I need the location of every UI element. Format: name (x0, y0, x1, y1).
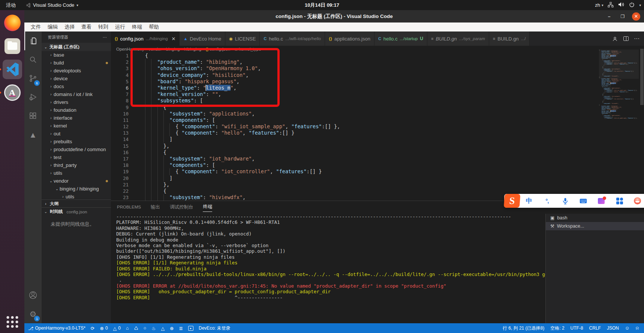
tab-applications-json[interactable]: {}applications.json (325, 32, 374, 46)
terminal-output[interactable]: ----------------------------------------… (111, 214, 545, 323)
tree-item-productdefine-common[interactable]: ›productdefine / common (42, 146, 111, 153)
menu-5[interactable]: 运行 (112, 23, 129, 31)
tree-item-build[interactable]: ›build (42, 59, 111, 67)
tree-item-utils[interactable]: ›utils (42, 169, 111, 177)
menu-4[interactable]: 转到 (95, 23, 112, 31)
status-encoding[interactable]: UTF-8 (571, 326, 583, 331)
input-language-indicator[interactable]: zh▾ (595, 2, 603, 8)
status-run-box[interactable]: ▸ (188, 326, 193, 331)
tree-item-domains-iot-link[interactable]: ›domains / iot / link (42, 90, 111, 98)
restore-button[interactable]: ❐ (619, 12, 627, 21)
tree-item-utils[interactable]: ›utils (42, 193, 111, 200)
status-home[interactable]: ⌂ (126, 326, 129, 331)
status-clean[interactable]: ♺ (134, 326, 138, 331)
dock-item-vscode[interactable] (3, 60, 22, 79)
activity-explorer[interactable] (24, 32, 42, 50)
chinese-mode-button[interactable]: 中 (520, 196, 538, 205)
tree-item-kernel[interactable]: ›kernel (42, 122, 111, 130)
close-button[interactable]: ✕ (632, 12, 640, 21)
timeline-section-header[interactable]: ⌄ 时间线 config.json (42, 207, 111, 216)
status-deveco-login[interactable]: DevEco: 未登录 (199, 325, 231, 332)
activity-account[interactable] (24, 286, 42, 304)
activity-extensions[interactable] (24, 106, 42, 125)
status-errors[interactable]: ⊗0 (100, 326, 108, 331)
minimap[interactable]: {"product_name": "hibinging","ohos_versi… (599, 50, 639, 119)
tab-build-gn[interactable]: ≡BUILD.gn.../sys_param (427, 32, 489, 46)
power-icon[interactable] (629, 2, 635, 9)
activity-settings[interactable]: ⚙1 (24, 304, 42, 323)
apps-grid-icon[interactable] (610, 198, 628, 204)
dock-item-files[interactable] (3, 36, 22, 56)
panel-tab-输出[interactable]: 输出 (151, 202, 160, 212)
skin-icon[interactable] (592, 198, 610, 204)
status-sync[interactable]: ⟳ (91, 326, 94, 331)
status-indentation[interactable]: 空格: 2 (550, 325, 564, 332)
volume-icon[interactable] (618, 2, 625, 8)
status-cursor-position[interactable]: 行 6, 列 21 (已选择8) (503, 325, 544, 332)
panel-tab-problems[interactable]: PROBLEMS (117, 202, 141, 211)
tree-item-docs[interactable]: ›docs (42, 82, 111, 90)
menu-3[interactable]: 查看 (78, 23, 95, 31)
activity-search[interactable] (24, 50, 42, 69)
tree-item-prebuilts[interactable]: ›prebuilts (42, 138, 111, 146)
minimize-button[interactable]: – (605, 12, 613, 21)
network-icon[interactable] (608, 2, 614, 9)
tree-item-test[interactable]: ›test (42, 153, 111, 161)
editor[interactable]: OpenHarmony›vendor›binging›hibinging›{}c… (111, 46, 644, 201)
status-hdc[interactable]: △ (161, 326, 165, 331)
keyboard-icon[interactable] (574, 198, 592, 204)
clock[interactable]: 10月14日 09:17 (305, 2, 339, 9)
panel-tab-调试控制台[interactable]: 调试控制台 (170, 202, 193, 212)
dock-item-firefox[interactable] (3, 13, 22, 33)
more-actions-icon[interactable]: ⋯ (103, 35, 107, 40)
sogou-logo[interactable]: S (504, 194, 521, 208)
terminal-session-bash[interactable]: ▣bash (546, 214, 644, 222)
tree-item-developtools[interactable]: ›developtools (42, 67, 111, 75)
titlebar[interactable]: config.json - 无标题 (工作区) - Visual Studio … (24, 10, 644, 22)
menu-0[interactable]: 文件 (27, 23, 44, 31)
tree-item-vendor[interactable]: ⌄vendor (42, 177, 111, 185)
punctuation-button[interactable]: °, (538, 198, 556, 204)
status-record[interactable]: ○ (144, 326, 147, 331)
tab-hello-c[interactable]: Chello.c.../wifi-iot/app/hello (260, 32, 325, 46)
split-editor-icon[interactable] (623, 36, 629, 41)
status-eol[interactable]: CRLF (589, 326, 601, 331)
outline-section-header[interactable]: › 大纲 (42, 200, 111, 207)
close-tab-icon[interactable]: ✕ (172, 36, 176, 42)
menu-2[interactable]: 选择 (61, 23, 78, 31)
tab-hello-c[interactable]: Chello.c.../startupU (374, 32, 427, 46)
status-notifications[interactable]: ⍾ (636, 326, 639, 331)
menu-1[interactable]: 编辑 (44, 23, 61, 31)
microphone-icon[interactable] (556, 198, 574, 204)
tree-item-base[interactable]: ›base (42, 51, 111, 59)
status-burn[interactable]: ♨ (151, 326, 156, 331)
status-warnings[interactable]: △0 (113, 326, 121, 331)
tab-config-json[interactable]: {}config.json.../hibinging✕ (111, 32, 180, 46)
tree-item-third-party[interactable]: ›third_party (42, 161, 111, 169)
tree-item-device[interactable]: ›device (42, 75, 111, 82)
panel-tab-终端[interactable]: 终端 (203, 201, 212, 212)
activity-run-debug[interactable] (24, 88, 42, 106)
account-icon[interactable] (612, 36, 618, 42)
tree-item-foundation[interactable]: ›foundation (42, 106, 111, 114)
menu-6[interactable]: 终端 (129, 23, 145, 31)
tab-build-gn[interactable]: ≡BUILD.gn.../ (489, 32, 530, 46)
status-probe[interactable]: ⊕ (170, 326, 174, 331)
more-actions-icon[interactable]: ⋯ (634, 35, 640, 42)
terminal-session-workspace[interactable]: ⚒Workspace... (546, 222, 644, 230)
menu-7[interactable]: 帮助 (145, 23, 162, 31)
activities-button[interactable]: 活动 (0, 2, 22, 9)
activity-deveco[interactable]: ▲ (24, 125, 42, 144)
status-language-mode[interactable]: JSON (607, 326, 619, 331)
status-tasks[interactable]: ≣ (179, 326, 183, 331)
tree-item-interface[interactable]: ›interface (42, 114, 111, 122)
dock-item-deveco-device-tool[interactable]: A (3, 83, 22, 102)
emoji-icon[interactable] (629, 197, 644, 204)
tab-deveco-home[interactable]: ▲DevEco Home (180, 32, 225, 46)
show-applications-button[interactable] (6, 316, 18, 328)
activity-source-control[interactable]: 6 (24, 69, 42, 88)
tree-item-drivers[interactable]: ›drivers (42, 98, 111, 106)
tree-item-binging-hibinging[interactable]: ⌄binging / hibinging (42, 185, 111, 193)
status-feedback[interactable]: ☺ (625, 326, 630, 331)
tree-item-out[interactable]: ›out (42, 130, 111, 138)
